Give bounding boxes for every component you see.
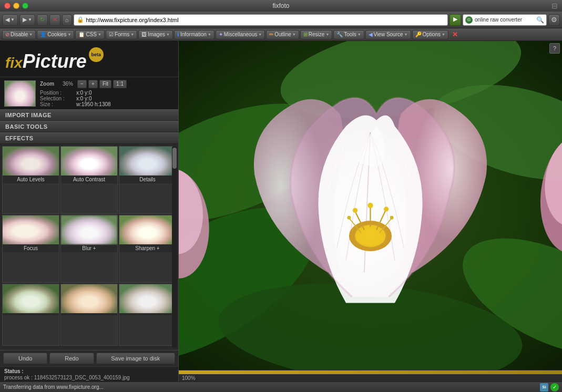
zoom-percent-text: 100% xyxy=(182,375,196,381)
disable-label: Disable xyxy=(11,32,28,37)
redo-button[interactable]: Redo xyxy=(49,353,94,364)
images-menu[interactable]: 🖼 Images ▼ xyxy=(138,30,173,39)
svg-point-18 xyxy=(384,207,389,211)
effect-more3[interactable] xyxy=(119,284,176,346)
effect-more3-thumb xyxy=(119,284,176,313)
zoom-in-button[interactable]: + xyxy=(88,80,98,88)
left-panel: fixPicture beta Zoom 36% − + Fit 1:1 xyxy=(0,41,179,381)
viewsource-menu[interactable]: ◀ View Source ▼ xyxy=(365,30,411,39)
resize-icon: ⊞ xyxy=(303,32,308,37)
zoom-percent: 36% xyxy=(63,81,76,87)
import-section-header[interactable]: IMPORT IMAGE xyxy=(0,109,178,121)
back-button[interactable]: ◀ ▼ xyxy=(2,14,18,26)
tools-label: Tools xyxy=(344,32,356,37)
effects-grid: Auto Levels Auto Contrast Details Focus xyxy=(0,144,178,348)
search-bar[interactable]: G online raw converter 🔍 xyxy=(463,14,547,26)
go-button[interactable]: ▶ xyxy=(449,14,461,26)
reload-button[interactable]: ↻ xyxy=(37,14,48,26)
effect-focus-label: Focus xyxy=(3,244,59,252)
status-text: process ok : 1184532573123_DSC_0053_4001… xyxy=(4,375,130,380)
main-layout: fixPicture beta Zoom 36% − + Fit 1:1 xyxy=(0,41,562,381)
search-engine-icon: G xyxy=(465,16,473,24)
effect-more2-label xyxy=(61,313,117,315)
options-arrow: ▼ xyxy=(442,33,445,36)
resize-menu[interactable]: ⊞ Resize ▼ xyxy=(300,30,333,39)
miscellaneous-menu[interactable]: ✦ Miscellaneous ▼ xyxy=(216,30,265,39)
url-bar[interactable]: 🔒 http://www.fixpicture.org/index3.html xyxy=(74,14,448,26)
outline-menu[interactable]: ✏ Outline ▼ xyxy=(266,30,299,39)
effect-auto-contrast[interactable]: Auto Contrast xyxy=(60,146,118,214)
minimize-button[interactable] xyxy=(13,3,19,9)
effect-focus[interactable]: Focus xyxy=(2,215,59,283)
browser-status-text: Transferring data from www.fixpicture.or… xyxy=(3,384,537,390)
logo-picture-text: Picture xyxy=(23,50,87,72)
tools-menu[interactable]: 🔧 Tools ▼ xyxy=(333,30,364,39)
effect-auto-levels[interactable]: Auto Levels xyxy=(2,146,59,214)
effect-blur[interactable]: Blur + xyxy=(60,215,118,283)
information-menu[interactable]: ℹ Information ▼ xyxy=(174,30,214,39)
forms-menu[interactable]: ☑ Forms ▼ xyxy=(106,30,137,39)
css-icon: 📋 xyxy=(78,32,85,37)
ssl-icon: ✓ xyxy=(550,383,559,391)
svg-point-20 xyxy=(347,216,351,220)
forms-arrow: ▼ xyxy=(130,33,134,36)
stop-button[interactable]: ✕ xyxy=(49,14,60,26)
back-icon: ◀ xyxy=(5,16,9,23)
scrollbar-thumb[interactable] xyxy=(172,148,177,169)
viewsource-icon: ◀ xyxy=(369,32,373,37)
zoom-fit-button[interactable]: Fit xyxy=(99,80,111,88)
images-label: Images xyxy=(148,32,165,37)
close-button[interactable] xyxy=(4,3,11,9)
effects-scrollbar[interactable] xyxy=(172,146,177,348)
effects-section-header[interactable]: EFFECTS xyxy=(0,132,178,144)
zoom-1to1-button[interactable]: 1:1 xyxy=(113,80,127,88)
options-menu[interactable]: 🔑 Options ▼ xyxy=(412,30,448,39)
image-container: ? xyxy=(179,41,562,370)
url-icon: 🔒 xyxy=(77,16,84,23)
save-button[interactable]: Save image to disk xyxy=(96,353,176,364)
cookies-menu[interactable]: 👤 Cookies ▼ xyxy=(37,30,74,39)
reload-icon: ↻ xyxy=(40,16,45,23)
css-menu[interactable]: 📋 CSS ▼ xyxy=(75,30,105,39)
css-label: CSS xyxy=(86,32,97,37)
effect-auto-levels-label: Auto Levels xyxy=(3,176,59,183)
status-icons: Si ✓ xyxy=(540,383,559,391)
effect-details[interactable]: Details xyxy=(119,146,176,214)
viewsource-arrow: ▼ xyxy=(404,33,408,36)
status-bar: Status : process ok : 1184532573123_DSC_… xyxy=(0,366,178,381)
main-image xyxy=(179,41,562,370)
zoom-percent-bar: 100% xyxy=(179,374,562,381)
search-submit-icon[interactable]: 🔍 xyxy=(536,16,544,24)
extensions-button[interactable]: ⚙ xyxy=(548,14,560,26)
forms-label: Forms xyxy=(115,32,129,37)
navigation-bar: ◀ ▼ ▶ ▼ ↻ ✕ ⌂ 🔒 http://www.fixpicture.or… xyxy=(0,12,562,28)
help-button[interactable]: ? xyxy=(549,43,560,54)
thumbnail xyxy=(4,80,36,107)
images-arrow: ▼ xyxy=(166,33,170,36)
undo-button[interactable]: Undo xyxy=(3,353,47,364)
action-buttons: Undo Redo Save image to disk xyxy=(0,350,178,366)
effect-sharpen[interactable]: Sharpen + xyxy=(119,215,176,283)
tools-icon: 🔧 xyxy=(336,32,343,37)
close-toolbar-icon: ✕ xyxy=(452,30,458,38)
effect-more1[interactable] xyxy=(2,284,59,346)
close-toolbar-button[interactable]: ✕ xyxy=(449,30,461,39)
effect-blur-label: Blur + xyxy=(61,244,117,252)
thumbnail-image xyxy=(5,81,35,106)
home-button[interactable]: ⌂ xyxy=(62,14,72,26)
forward-button[interactable]: ▶ ▼ xyxy=(19,14,35,26)
window-controls[interactable] xyxy=(4,3,28,9)
size-label: Size : xyxy=(40,101,74,107)
disable-menu[interactable]: ⊘ Disable ▼ xyxy=(2,30,36,39)
effect-more3-label xyxy=(119,313,176,315)
outline-label: Outline xyxy=(274,32,291,37)
search-text: online raw converter xyxy=(475,17,536,23)
maximize-button[interactable] xyxy=(22,3,28,9)
resize-icon[interactable]: ⊟ xyxy=(551,2,558,10)
zoom-out-button[interactable]: − xyxy=(77,80,87,88)
basic-tools-section-header[interactable]: BASIC TOOLS xyxy=(0,121,178,132)
effect-more2[interactable] xyxy=(60,284,118,346)
effect-details-label: Details xyxy=(119,176,176,183)
logo: fixPicture beta xyxy=(5,45,104,73)
size-value: w:1950 h:1308 xyxy=(76,101,111,107)
